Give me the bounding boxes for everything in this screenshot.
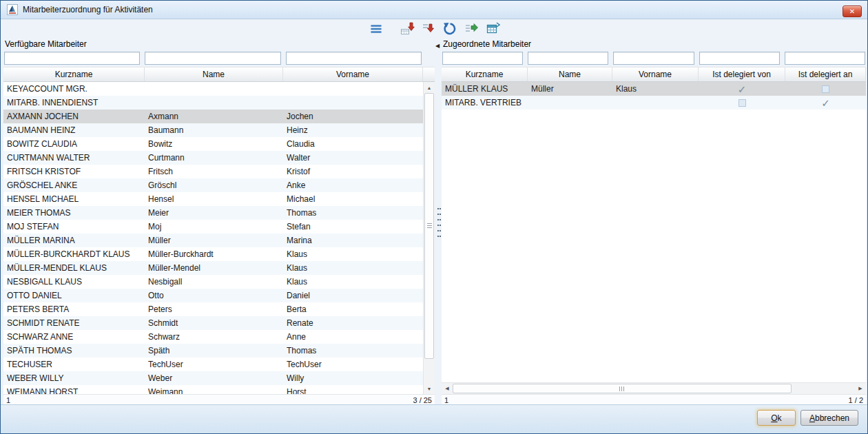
filter-delegiert-von-input[interactable] <box>699 52 780 65</box>
filter-vorname-input[interactable] <box>286 52 422 65</box>
table-row[interactable]: SCHMIDT RENATESchmidtRenate <box>3 316 423 330</box>
panel-splitter[interactable]: ◀ <box>435 39 440 405</box>
button-label: bbrechen <box>815 413 849 423</box>
table-row[interactable]: MEIER THOMASMeierThomas <box>3 206 423 220</box>
filter-kurzname-input-right[interactable] <box>442 52 523 65</box>
scroll-left-button[interactable]: ◀ <box>442 383 453 394</box>
scroll-right-button[interactable]: ▶ <box>855 383 866 394</box>
table-row[interactable]: OTTO DANIELOttoDaniel <box>3 289 423 302</box>
left-status-bar: 1 3 / 25 <box>3 394 435 405</box>
close-icon: ✕ <box>849 8 855 15</box>
assign-all-button[interactable] <box>398 21 416 37</box>
cell: WEIMANN HORST <box>3 385 145 394</box>
cell: PETERS BERTA <box>3 302 145 316</box>
splitter-collapse-icon[interactable]: ◀ <box>435 43 440 49</box>
dialog-window: Mitarbeiterzuordnung für Aktivitäten ✕ <box>0 0 868 434</box>
cell: Fritsch <box>145 165 283 178</box>
cell: Schwarz <box>145 330 283 344</box>
table-row[interactable]: MÜLLER MARINAMüllerMarina <box>3 234 423 247</box>
remove-all-button[interactable] <box>484 21 502 37</box>
table-row[interactable]: MÜLLER-BURCKHARDT KLAUSMüller-Burckhardt… <box>3 247 423 261</box>
delegiert-von-checkbox-unchecked[interactable] <box>738 99 746 107</box>
titlebar[interactable]: Mitarbeiterzuordnung für Aktivitäten ✕ <box>1 1 867 19</box>
scroll-down-icon: ▼ <box>427 386 432 391</box>
filter-name-input[interactable] <box>145 52 280 65</box>
column-header-ist-delegiert-von[interactable]: Ist delegiert von <box>699 68 785 81</box>
close-button[interactable]: ✕ <box>843 6 862 17</box>
cell: Axmann <box>145 110 283 123</box>
cell <box>283 96 423 110</box>
assign-icon <box>421 21 436 37</box>
filter-name-input-right[interactable] <box>528 52 608 65</box>
right-status-position: 1 <box>444 396 448 404</box>
scroll-up-button[interactable]: ▲ <box>424 82 435 93</box>
assign-button[interactable] <box>420 21 437 37</box>
cell: SCHMIDT RENATE <box>3 316 145 330</box>
right-horizontal-scrollbar[interactable]: ◀ ▶ <box>442 382 866 394</box>
column-header-vorname[interactable]: Vorname <box>283 68 423 81</box>
delegiert-von-checkbox-checked[interactable]: ✓ <box>738 84 747 94</box>
table-row[interactable]: TECHUSERTechUserTechUser <box>3 358 423 371</box>
table-row[interactable]: PETERS BERTAPetersBerta <box>3 302 423 316</box>
table-row[interactable]: MITARB. VERTRIEB✓ <box>442 96 866 110</box>
delegiert-an-checkbox-checked[interactable]: ✓ <box>821 98 830 108</box>
filter-kurzname-input[interactable] <box>4 52 140 65</box>
column-header-vorname[interactable]: Vorname <box>612 68 699 81</box>
cell: Berta <box>283 302 423 316</box>
column-header-kurzname[interactable]: Kurzname <box>3 68 145 81</box>
table-row[interactable]: BAUMANN HEINZBaumannHeinz <box>3 123 423 137</box>
table-row[interactable]: WEIMANN HORSTWeimannHorst <box>3 385 423 394</box>
scroll-down-button[interactable]: ▼ <box>424 383 435 394</box>
button-label: A <box>809 413 815 423</box>
right-filter-row <box>442 50 866 67</box>
cell: MÜLLER-MENDEL KLAUS <box>3 261 145 275</box>
cell: TechUser <box>283 358 423 371</box>
delegiert-an-checkbox-unchecked[interactable] <box>822 85 829 93</box>
table-row[interactable]: GRÖSCHEL ANKEGröschlAnke <box>3 178 423 192</box>
table-row[interactable]: FRITSCH KRISTOFFritschKristof <box>3 165 423 178</box>
available-employees-panel: Verfügbare Mitarbeiter Kurzname Name Vor… <box>3 39 435 405</box>
cell: Otto <box>145 289 283 302</box>
list-view-button[interactable] <box>367 21 385 37</box>
column-header-name[interactable]: Name <box>528 68 612 81</box>
remove-button[interactable] <box>462 21 480 37</box>
scrollbar-thumb[interactable] <box>453 384 792 393</box>
table-row[interactable]: CURTMANN WALTERCurtmannWalter <box>3 151 423 165</box>
table-row[interactable]: KEYACCOUNT MGR. <box>3 82 423 96</box>
table-row[interactable]: SCHWARZ ANNESchwarzAnne <box>3 330 423 344</box>
cell: TECHUSER <box>3 358 145 371</box>
table-row[interactable]: BOWITZ CLAUDIABowitzClaudia <box>3 137 423 151</box>
table-row[interactable]: MITARB. INNENDIENST <box>3 96 423 110</box>
table-row[interactable]: SPÄTH THOMASSpäthThomas <box>3 344 423 358</box>
undo-button[interactable] <box>441 21 459 37</box>
column-header-kurzname[interactable]: Kurzname <box>442 68 528 81</box>
cell: Marina <box>283 234 423 247</box>
table-row[interactable]: MÜLLER-MENDEL KLAUSMüller-MendelKlaus <box>3 261 423 275</box>
filter-vorname-input-right[interactable] <box>613 52 694 65</box>
cell: Stefan <box>283 220 423 234</box>
left-vertical-scrollbar[interactable]: ▲ ▼ <box>423 82 435 394</box>
right-table-header: Kurzname Name Vorname Ist delegiert von … <box>442 67 866 82</box>
cell: GRÖSCHEL ANKE <box>3 178 145 192</box>
table-row[interactable]: MOJ STEFANMojStefan <box>3 220 423 234</box>
cell: MITARB. INNENDIENST <box>3 96 145 110</box>
table-row[interactable]: HENSEL MICHAELHenselMichael <box>3 192 423 206</box>
cancel-button[interactable]: Abbrechen <box>800 410 858 426</box>
scrollbar-thumb[interactable] <box>424 93 434 359</box>
cell: Meier <box>145 206 283 220</box>
cell: OTTO DANIEL <box>3 289 145 302</box>
table-row[interactable]: NESBIGALL KLAUSNesbigallKlaus <box>3 275 423 289</box>
table-row[interactable]: AXMANN JOCHENAxmannJochen <box>3 110 423 123</box>
table-row[interactable]: WEBER WILLYWeberWilly <box>3 371 423 385</box>
cell: MÜLLER MARINA <box>3 234 145 247</box>
cell: Kristof <box>283 165 423 178</box>
cell: MEIER THOMAS <box>3 206 145 220</box>
ok-button[interactable]: Ok <box>757 410 796 426</box>
filter-delegiert-an-input[interactable] <box>785 52 865 65</box>
column-header-ist-delegiert-an[interactable]: Ist delegiert an <box>785 68 866 81</box>
cell: Jochen <box>283 110 423 123</box>
column-header-name[interactable]: Name <box>145 68 283 81</box>
table-row[interactable]: MÜLLER KLAUSMüllerKlaus✓ <box>442 82 866 96</box>
cell: SPÄTH THOMAS <box>3 344 145 358</box>
undo-icon <box>442 21 457 37</box>
